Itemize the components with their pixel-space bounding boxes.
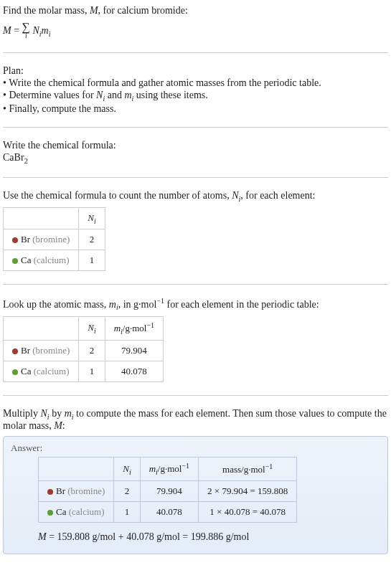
text: , for calcium bromide: xyxy=(98,5,188,16)
value-m: 40.078 xyxy=(140,502,198,523)
element-swatch-icon xyxy=(12,237,18,243)
exponent: −1 xyxy=(182,462,189,470)
exponent: −1 xyxy=(146,321,154,329)
element-cell: Br (bromine) xyxy=(4,340,79,361)
element-name: (bromine) xyxy=(32,345,70,356)
element-symbol: Ca xyxy=(56,506,66,517)
var-N: N xyxy=(32,25,39,36)
value-N: 2 xyxy=(79,340,105,361)
col-header-m: mi/g·mol−1 xyxy=(140,457,198,481)
molar-mass-equation: M = ∑i Nimi xyxy=(3,18,388,38)
var-M: M xyxy=(90,5,98,16)
label: mass/g·mol xyxy=(222,464,265,475)
var-m: m xyxy=(65,408,72,419)
text: Look up the atomic mass, xyxy=(3,299,109,310)
answer-table: Ni mi/g·mol−1 mass/g·mol−1 Br (bromine) … xyxy=(38,457,297,523)
intro: Find the molar mass, M, for calcium brom… xyxy=(3,3,388,42)
element-swatch-icon xyxy=(12,258,18,264)
table-row: Ca (calcium) 1 xyxy=(4,250,105,271)
text: , in g·mol xyxy=(118,299,157,310)
final-result: M = 159.808 g/mol + 40.078 g/mol = 199.8… xyxy=(38,531,380,543)
table-row: Ca (calcium) 1 40.078 xyxy=(4,361,164,381)
element-cell: Br (bromine) xyxy=(39,481,114,502)
col-header-m: mi/g·mol−1 xyxy=(105,316,163,340)
value-mass: 2 × 79.904 = 159.808 xyxy=(199,481,297,502)
text: and xyxy=(105,90,124,100)
table-header-row: Ni mi/g·mol−1 mass/g·mol−1 xyxy=(39,457,297,481)
divider xyxy=(3,177,388,178)
value-N: 1 xyxy=(79,250,105,271)
step-formula: Write the chemical formula: CaBr2 xyxy=(3,138,388,167)
var-N: N xyxy=(88,322,94,333)
value-m: 79.904 xyxy=(140,481,198,502)
step-atomic-mass: Look up the atomic mass, mi, in g·mol−1 … xyxy=(3,295,388,384)
blank-header xyxy=(4,207,79,229)
value-N: 1 xyxy=(114,502,140,523)
element-cell: Br (bromine) xyxy=(4,229,79,250)
col-header-N: Ni xyxy=(114,457,140,481)
step-text: Use the chemical formula to count the nu… xyxy=(3,190,388,203)
idx-i: i xyxy=(49,30,51,38)
element-cell: Ca (calcium) xyxy=(4,250,79,271)
element-symbol: Ca xyxy=(21,255,31,265)
plan-item: • Determine values for Ni and mi using t… xyxy=(3,90,388,103)
answer-content: Ni mi/g·mol−1 mass/g·mol−1 Br (bromine) … xyxy=(11,457,380,543)
text: Use the chemical formula to count the nu… xyxy=(3,190,232,201)
atom-count-table: Ni Br (bromine) 2 Ca (calcium) 1 xyxy=(3,207,105,272)
atomic-mass-table: Ni mi/g·mol−1 Br (bromine) 2 79.904 Ca (… xyxy=(3,316,164,382)
element-swatch-icon xyxy=(47,510,53,516)
idx-i: i xyxy=(129,468,131,475)
var-N: N xyxy=(232,190,238,201)
table-header-row: Ni mi/g·mol−1 xyxy=(4,316,164,340)
idx-i: i xyxy=(94,217,96,224)
value-m: 79.904 xyxy=(105,340,163,361)
element-symbol: Br xyxy=(56,485,65,496)
answer-label: Answer: xyxy=(11,442,380,454)
divider xyxy=(3,127,388,128)
var-M: M xyxy=(38,531,47,542)
plan-item: • Write the chemical formula and gather … xyxy=(3,77,388,89)
text: by xyxy=(50,408,65,419)
element-swatch-icon xyxy=(47,489,53,495)
col-header-N: Ni xyxy=(79,207,105,229)
text: • Determine values for xyxy=(3,90,96,100)
idx-i: i xyxy=(94,326,96,334)
var-N: N xyxy=(88,212,94,223)
element-symbol: Br xyxy=(21,345,30,356)
value-N: 1 xyxy=(79,361,105,381)
var-m: m xyxy=(109,299,116,310)
divider xyxy=(3,52,388,53)
exponent: −1 xyxy=(265,463,273,470)
element-name: (calcium) xyxy=(34,366,70,376)
final-equation: = 159.808 g/mol + 40.078 g/mol = 199.886… xyxy=(47,531,250,542)
var-M: M xyxy=(54,420,62,431)
value-N: 2 xyxy=(79,229,105,250)
lhs: M xyxy=(3,25,11,36)
step-multiply: Multiply Ni by mi to compute the mass fo… xyxy=(3,406,388,559)
plan-header: Plan: xyxy=(3,65,388,77)
col-header-N: Ni xyxy=(79,316,105,340)
plan: Plan: • Write the chemical formula and g… xyxy=(3,63,388,117)
var-N: N xyxy=(41,408,47,419)
value-mass: 1 × 40.078 = 40.078 xyxy=(199,502,297,523)
text: , for each element: xyxy=(240,190,315,201)
element-swatch-icon xyxy=(12,348,18,354)
text: using these items. xyxy=(133,90,207,100)
answer-box: Answer: Ni mi/g·mol−1 mass/g·mol−1 Br (b… xyxy=(3,436,388,554)
divider xyxy=(3,284,388,285)
var-N: N xyxy=(123,463,129,474)
element-cell: Ca (calcium) xyxy=(39,502,114,523)
table-row: Br (bromine) 2 79.904 xyxy=(4,340,164,361)
element-symbol: Br xyxy=(21,234,30,245)
blank-header xyxy=(39,457,114,481)
table-row: Br (bromine) 2 79.904 2 × 79.904 = 159.8… xyxy=(39,481,297,502)
value-m: 40.078 xyxy=(105,361,163,381)
chemical-formula: CaBr2 xyxy=(3,152,388,165)
element-symbol: Ca xyxy=(21,366,31,376)
var-m: m xyxy=(114,323,121,333)
col-header-mass: mass/g·mol−1 xyxy=(199,457,297,481)
unit: /g·mol xyxy=(123,323,147,333)
formula-sub: 2 xyxy=(24,156,29,165)
text: Multiply xyxy=(3,408,41,419)
table-row: Ca (calcium) 1 40.078 1 × 40.078 = 40.07… xyxy=(39,502,297,523)
